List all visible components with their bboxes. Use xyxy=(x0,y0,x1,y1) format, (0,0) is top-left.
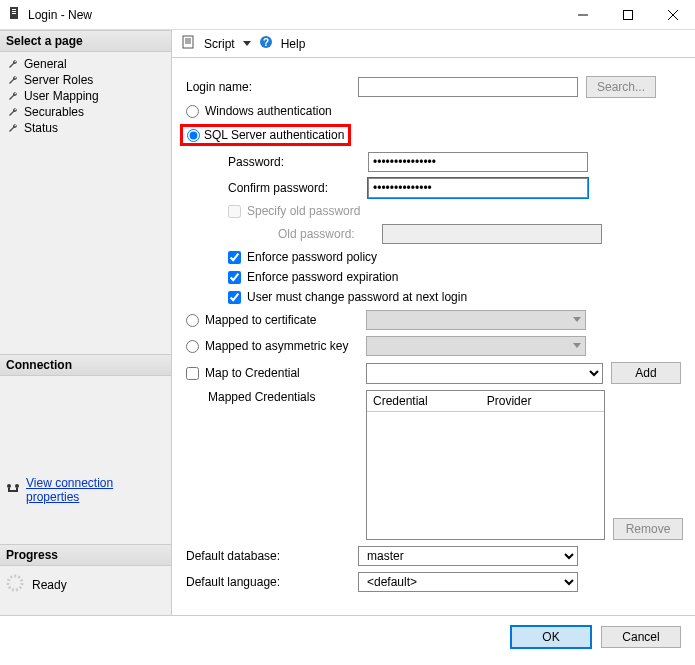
mapped-credentials-label: Mapped Credentials xyxy=(186,390,358,404)
svg-point-9 xyxy=(15,484,19,488)
svg-marker-21 xyxy=(573,317,581,322)
confirm-password-label: Confirm password: xyxy=(208,181,360,195)
search-button[interactable]: Search... xyxy=(586,76,656,98)
enforce-expiration-checkbox[interactable] xyxy=(228,271,241,284)
sidebar-item-server-roles[interactable]: Server Roles xyxy=(4,72,167,88)
svg-rect-5 xyxy=(623,10,632,19)
sidebar-item-label: Server Roles xyxy=(24,73,93,87)
enforce-expiration-label: Enforce password expiration xyxy=(247,270,398,284)
window-title: Login - New xyxy=(28,8,560,22)
svg-rect-1 xyxy=(12,9,16,10)
asym-key-dropdown xyxy=(366,336,586,356)
connection-header: Connection xyxy=(0,354,171,376)
title-bar: Login - New xyxy=(0,0,695,30)
wrench-icon xyxy=(8,106,20,118)
svg-point-13 xyxy=(8,576,22,590)
progress-status: Ready xyxy=(32,578,67,592)
windows-auth-radio[interactable] xyxy=(186,105,199,118)
specify-old-password-checkbox xyxy=(228,205,241,218)
toolbar: Script ? Help xyxy=(172,30,695,58)
svg-rect-3 xyxy=(12,13,16,14)
mapped-cert-label: Mapped to certificate xyxy=(205,313,316,327)
sql-auth-label: SQL Server authentication xyxy=(204,128,344,142)
close-button[interactable] xyxy=(650,0,695,29)
help-button[interactable]: Help xyxy=(281,37,306,51)
script-dropdown-icon[interactable] xyxy=(243,37,251,51)
must-change-label: User must change password at next login xyxy=(247,290,467,304)
script-icon xyxy=(182,35,196,52)
remove-button[interactable]: Remove xyxy=(613,518,683,540)
progress-spinner-icon xyxy=(6,574,24,595)
sql-auth-radio[interactable] xyxy=(187,129,200,142)
enforce-policy-label: Enforce password policy xyxy=(247,250,377,264)
cancel-button[interactable]: Cancel xyxy=(601,626,681,648)
maximize-button[interactable] xyxy=(605,0,650,29)
specify-old-password-label: Specify old password xyxy=(247,204,360,218)
login-name-label: Login name: xyxy=(186,80,350,94)
sidebar-item-label: Status xyxy=(24,121,58,135)
must-change-checkbox[interactable] xyxy=(228,291,241,304)
windows-auth-label: Windows authentication xyxy=(205,104,332,118)
svg-text:?: ? xyxy=(263,37,269,48)
app-icon xyxy=(8,6,22,23)
mapped-asym-label: Mapped to asymmetric key xyxy=(205,339,348,353)
dialog-footer: OK Cancel xyxy=(0,615,695,658)
help-icon: ? xyxy=(259,35,273,52)
column-credential: Credential xyxy=(367,391,481,411)
svg-marker-18 xyxy=(243,41,251,46)
script-button[interactable]: Script xyxy=(204,37,235,51)
select-page-header: Select a page xyxy=(0,30,171,52)
old-password-label: Old password: xyxy=(234,227,374,241)
column-provider: Provider xyxy=(481,391,604,411)
sidebar-item-status[interactable]: Status xyxy=(4,120,167,136)
certificate-dropdown xyxy=(366,310,586,330)
default-database-label: Default database: xyxy=(186,549,350,563)
mapped-credentials-table[interactable]: Credential Provider xyxy=(366,390,605,540)
view-connection-properties-link[interactable]: View connection properties xyxy=(26,476,165,504)
wrench-icon xyxy=(8,90,20,102)
default-database-select[interactable]: master xyxy=(358,546,578,566)
login-name-input[interactable] xyxy=(358,77,578,97)
password-input[interactable] xyxy=(368,152,588,172)
svg-rect-12 xyxy=(16,488,18,492)
default-language-label: Default language: xyxy=(186,575,350,589)
minimize-button[interactable] xyxy=(560,0,605,29)
sidebar-item-securables[interactable]: Securables xyxy=(4,104,167,120)
progress-header: Progress xyxy=(0,544,171,566)
mapped-cert-radio[interactable] xyxy=(186,314,199,327)
mapped-asym-radio[interactable] xyxy=(186,340,199,353)
svg-point-8 xyxy=(7,484,11,488)
credential-dropdown[interactable] xyxy=(366,363,603,384)
map-credential-checkbox[interactable] xyxy=(186,367,199,380)
svg-rect-11 xyxy=(8,488,10,492)
wrench-icon xyxy=(8,74,20,86)
add-button[interactable]: Add xyxy=(611,362,681,384)
svg-marker-22 xyxy=(573,343,581,348)
wrench-icon xyxy=(8,58,20,70)
enforce-policy-checkbox[interactable] xyxy=(228,251,241,264)
password-label: Password: xyxy=(208,155,360,169)
old-password-input xyxy=(382,224,602,244)
connection-icon xyxy=(6,482,20,499)
map-credential-label: Map to Credential xyxy=(205,366,300,380)
main-panel: Script ? Help Login name: Search... Wind… xyxy=(172,30,695,615)
svg-rect-14 xyxy=(183,36,193,48)
default-language-select[interactable]: <default> xyxy=(358,572,578,592)
confirm-password-input[interactable] xyxy=(368,178,588,198)
sidebar-item-label: General xyxy=(24,57,67,71)
sidebar: Select a page General Server Roles User … xyxy=(0,30,172,615)
sql-auth-highlight: SQL Server authentication xyxy=(180,124,351,146)
svg-rect-2 xyxy=(12,11,16,12)
sidebar-item-user-mapping[interactable]: User Mapping xyxy=(4,88,167,104)
ok-button[interactable]: OK xyxy=(511,626,591,648)
sidebar-item-label: User Mapping xyxy=(24,89,99,103)
wrench-icon xyxy=(8,122,20,134)
sidebar-item-label: Securables xyxy=(24,105,84,119)
sidebar-item-general[interactable]: General xyxy=(4,56,167,72)
